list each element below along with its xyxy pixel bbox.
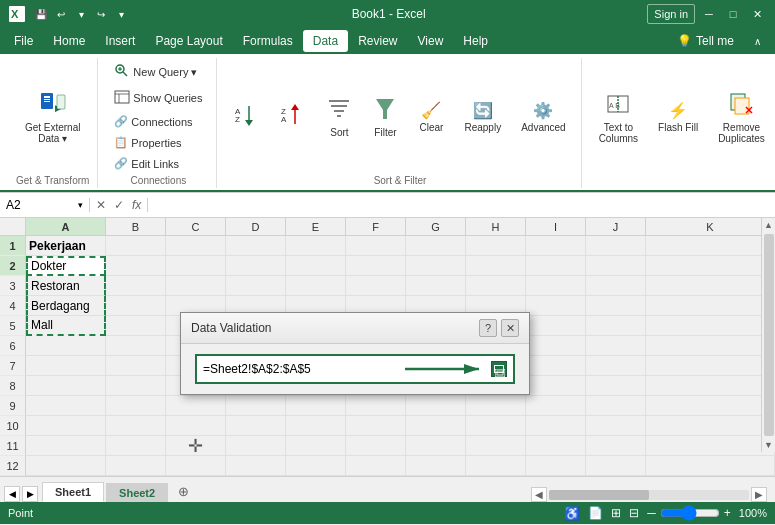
cell-d3[interactable] <box>226 276 286 296</box>
cell-k5[interactable] <box>646 316 775 336</box>
cell-e3[interactable] <box>286 276 346 296</box>
menu-page-layout[interactable]: Page Layout <box>145 30 232 52</box>
cell-c3[interactable] <box>166 276 226 296</box>
edit-links-button[interactable]: 🔗 Edit Links <box>108 154 185 173</box>
menu-file[interactable]: File <box>4 30 43 52</box>
maximize-button[interactable]: □ <box>723 4 743 24</box>
col-header-b[interactable]: B <box>106 218 166 235</box>
clear-button[interactable]: 🧹 Clear <box>411 97 451 137</box>
horiz-scroll-left-btn[interactable]: ◀ <box>531 487 547 502</box>
col-header-f[interactable]: F <box>346 218 406 235</box>
reapply-button[interactable]: 🔄 Reapply <box>457 97 508 137</box>
scroll-thumb[interactable] <box>764 234 774 436</box>
modal-help-button[interactable]: ? <box>479 319 497 337</box>
col-header-h[interactable]: H <box>466 218 526 235</box>
col-header-e[interactable]: E <box>286 218 346 235</box>
cell-i3[interactable] <box>526 276 586 296</box>
sheet-tab-scroll-left[interactable]: ◀ <box>4 486 20 502</box>
sheet-tab-sheet1[interactable]: Sheet1 <box>42 482 104 502</box>
cell-j3[interactable] <box>586 276 646 296</box>
sheet-tab-scroll-right[interactable]: ▶ <box>22 486 38 502</box>
cell-j2[interactable] <box>586 256 646 276</box>
col-header-a[interactable]: A <box>26 218 106 235</box>
scroll-up-btn[interactable]: ▲ <box>762 218 775 232</box>
sign-in-button[interactable]: Sign in <box>647 4 695 24</box>
show-queries-button[interactable]: Show Queries <box>108 86 208 110</box>
vertical-scrollbar[interactable]: ▲ ▼ <box>761 218 775 452</box>
cell-a1[interactable]: Pekerjaan <box>26 236 106 256</box>
cell-c1[interactable] <box>166 236 226 256</box>
col-header-i[interactable]: I <box>526 218 586 235</box>
sort-button[interactable]: Sort <box>319 91 359 142</box>
cell-e2[interactable] <box>286 256 346 276</box>
horiz-scroll-right-btn[interactable]: ▶ <box>751 487 767 502</box>
advanced-filter-button[interactable]: ⚙️ Advanced <box>514 97 572 137</box>
cell-f1[interactable] <box>346 236 406 256</box>
cell-a5[interactable]: Mall <box>26 316 106 336</box>
zoom-level-display[interactable]: 100% <box>739 507 767 519</box>
cell-h2[interactable] <box>466 256 526 276</box>
new-query-button[interactable]: New Query ▾ <box>108 60 203 84</box>
sort-az-button[interactable]: A Z <box>227 98 267 136</box>
normal-view-btn[interactable]: 📄 <box>588 506 603 520</box>
page-break-view-btn[interactable]: ⊟ <box>629 506 639 520</box>
cell-i1[interactable] <box>526 236 586 256</box>
formula-confirm-btn[interactable]: ✓ <box>112 198 126 212</box>
minimize-button[interactable]: ─ <box>699 4 719 24</box>
menu-data[interactable]: Data <box>303 30 348 52</box>
cell-b4[interactable] <box>106 296 166 316</box>
add-sheet-button[interactable]: ⊕ <box>170 481 197 502</box>
save-icon[interactable]: 💾 <box>32 5 50 23</box>
cell-h3[interactable] <box>466 276 526 296</box>
cell-g1[interactable] <box>406 236 466 256</box>
cell-i4[interactable] <box>526 296 586 316</box>
cell-a6[interactable] <box>26 336 106 356</box>
cell-f2[interactable] <box>346 256 406 276</box>
col-header-d[interactable]: D <box>226 218 286 235</box>
cell-i5[interactable] <box>526 316 586 336</box>
modal-formula-input[interactable] <box>203 362 399 376</box>
formula-cancel-btn[interactable]: ✕ <box>94 198 108 212</box>
insert-function-btn[interactable]: fx <box>130 198 143 212</box>
zoom-slider[interactable]: ─ + <box>647 505 731 521</box>
cell-k3[interactable] <box>646 276 775 296</box>
customize-quick-access-icon[interactable]: ▾ <box>112 5 130 23</box>
menu-insert[interactable]: Insert <box>95 30 145 52</box>
collapse-ribbon-btn[interactable]: ∧ <box>744 32 771 51</box>
menu-home[interactable]: Home <box>43 30 95 52</box>
accessibility-icon[interactable]: ♿ <box>564 506 580 521</box>
cell-k2[interactable] <box>646 256 775 276</box>
zoom-decrease-btn[interactable]: ─ <box>647 506 656 520</box>
zoom-increase-btn[interactable]: + <box>724 506 731 520</box>
menu-view[interactable]: View <box>408 30 454 52</box>
cell-h1[interactable] <box>466 236 526 256</box>
menu-formulas[interactable]: Formulas <box>233 30 303 52</box>
cell-b3[interactable] <box>106 276 166 296</box>
sort-za-button[interactable]: Z A <box>273 98 313 136</box>
cell-j5[interactable] <box>586 316 646 336</box>
get-external-data-button[interactable]: ▶ Get ExternalData ▾ <box>18 85 88 148</box>
name-box-dropdown-icon[interactable]: ▾ <box>78 200 83 210</box>
properties-button[interactable]: 📋 Properties <box>108 133 187 152</box>
cell-d2[interactable] <box>226 256 286 276</box>
cell-d1[interactable] <box>226 236 286 256</box>
cell-b1[interactable] <box>106 236 166 256</box>
zoom-range-input[interactable] <box>660 505 720 521</box>
cell-e1[interactable] <box>286 236 346 256</box>
col-header-c[interactable]: C <box>166 218 226 235</box>
flash-fill-button[interactable]: ⚡ Flash Fill <box>651 97 705 137</box>
cell-f3[interactable] <box>346 276 406 296</box>
page-layout-view-btn[interactable]: ⊞ <box>611 506 621 520</box>
name-box[interactable]: A2 ▾ <box>0 198 90 212</box>
cell-a3[interactable]: Restoran <box>26 276 106 296</box>
menu-tell-me[interactable]: 💡 Tell me <box>667 30 744 52</box>
cell-c2[interactable] <box>166 256 226 276</box>
redo-icon[interactable]: ↪ <box>92 5 110 23</box>
undo-icon[interactable]: ↩ <box>52 5 70 23</box>
cell-g3[interactable] <box>406 276 466 296</box>
cell-i2[interactable] <box>526 256 586 276</box>
cell-b5[interactable] <box>106 316 166 336</box>
cell-a4[interactable]: Berdagang <box>26 296 106 316</box>
menu-review[interactable]: Review <box>348 30 407 52</box>
cell-k1[interactable] <box>646 236 775 256</box>
